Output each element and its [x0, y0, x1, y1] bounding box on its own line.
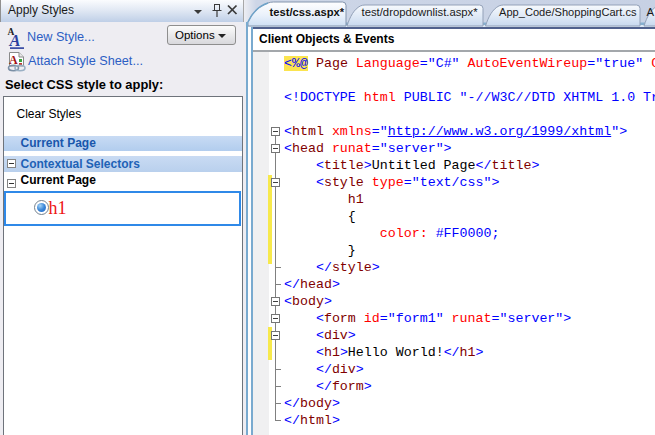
svg-text:App_Code/ShoppingCart.cs: App_Code/ShoppingCart.cs — [499, 6, 637, 18]
svg-text:test/dropdownlist.aspx*: test/dropdownlist.aspx* — [362, 6, 479, 18]
svg-text:test/css.aspx*: test/css.aspx* — [270, 6, 345, 18]
svg-text:A: A — [647, 6, 655, 18]
svg-text:A: A — [9, 31, 21, 50]
